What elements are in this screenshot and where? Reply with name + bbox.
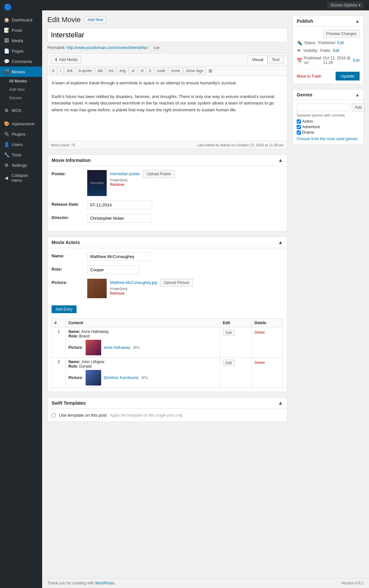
editor-content-area[interactable]: A team of explorers travel through a wor… (48, 76, 287, 141)
tab-text[interactable]: Text (268, 55, 284, 64)
actor-name-input[interactable] (87, 252, 152, 261)
choose-genres-link[interactable]: Choose from the most used genres (297, 137, 360, 141)
genre-checkbox-action[interactable] (297, 119, 301, 124)
actor-delete-button-1[interactable]: Delete (255, 329, 265, 335)
actor-name-field-row: Name: (52, 252, 283, 261)
sidebar-item-collapse[interactable]: ◀ Collapse menu (0, 170, 42, 185)
swift-templates-toggle[interactable]: ▲ (278, 400, 283, 406)
footer-wordpress-link[interactable]: WordPress (95, 581, 114, 585)
add-entry-button[interactable]: Add Entry (52, 305, 77, 313)
footer-thank-you: Thank you for creating with (47, 581, 94, 585)
toolbar-blockquote[interactable]: b-quote (76, 67, 94, 74)
genres-toggle-icon[interactable]: ▲ (355, 92, 360, 97)
movie-information-toggle[interactable]: ▲ (278, 157, 283, 163)
actor-picture-filename-link[interactable]: Matthew-McConaughey.jpg (110, 280, 157, 285)
actor-picture-remove-link[interactable]: Remove (110, 291, 193, 296)
actor-delete-button-2[interactable]: Delete (255, 360, 265, 365)
actor-picture-link-2[interactable]: Dimitrios Kambouris (104, 375, 138, 380)
actor-delete-cell-1: Delete (252, 327, 283, 358)
sidebar-sub-genres[interactable]: Genres (0, 94, 42, 102)
footer: Thank you for creating with WordPress. V… (42, 578, 369, 588)
sidebar-item-pages[interactable]: 📄 Pages (0, 46, 42, 56)
actor-edit-button-2[interactable]: Edit (223, 360, 235, 366)
movie-actors-toggle[interactable]: ▲ (278, 239, 283, 245)
actor-edit-button-1[interactable]: Edit (223, 329, 235, 336)
sidebar-item-media[interactable]: 🖼 Media (0, 35, 42, 46)
release-date-input[interactable] (87, 201, 152, 209)
sidebar-item-movies[interactable]: 🎬 Movies (0, 67, 42, 77)
actor-picture-link-1[interactable]: anne-hathaway (104, 345, 130, 350)
sidebar-item-label: Users (12, 142, 23, 147)
editor-box: ⬆ Add Media Visual Text b i link b-quote… (47, 53, 287, 149)
topbar: Screen Options ▾ (42, 0, 369, 10)
swift-template-checkbox[interactable] (52, 413, 56, 417)
poster-filename-link[interactable]: interstellar-poster (110, 172, 140, 176)
toolbar-ol[interactable]: ol (138, 67, 146, 74)
sidebar-sub-add-new[interactable]: Add New (0, 85, 42, 94)
published-edit-link[interactable]: Edit (353, 58, 360, 63)
actor-picture-label: Picture: (52, 279, 87, 285)
permalink-url[interactable]: http://www.yourdomain.com/movies/interst… (67, 45, 148, 50)
move-to-trash-link[interactable]: Move to Trash (297, 74, 321, 79)
toolbar-del[interactable]: del (95, 67, 105, 74)
poster-remove-link[interactable]: Remove (110, 182, 175, 187)
status-edit-link[interactable]: Edit (337, 41, 344, 45)
sidebar-item-dashboard[interactable]: 🏠 Dashboard (0, 15, 42, 25)
add-media-button[interactable]: ⬆ Add Media (51, 56, 81, 64)
toolbar-bold[interactable]: b (50, 67, 57, 74)
comments-icon: 💬 (4, 59, 9, 64)
visibility-edit-link[interactable]: Edit (333, 48, 339, 53)
swift-templates-header[interactable]: Swift Templates ▲ (48, 398, 287, 409)
sidebar-item-plugins[interactable]: 🔌 Plugins (0, 129, 42, 139)
sidebar-item-users[interactable]: 👤 Users (0, 139, 42, 150)
genre-checkbox-adventure[interactable] (297, 125, 301, 129)
add-new-button[interactable]: Add New (85, 16, 106, 23)
post-title-input[interactable] (47, 28, 287, 42)
preview-changes-button[interactable]: Preview Changes (323, 30, 360, 38)
toolbar-more[interactable]: more (169, 67, 183, 74)
upload-picture-button[interactable]: Upload Picture (160, 279, 193, 287)
publish-box-header: Publish ▲ (293, 16, 363, 27)
sidebar-item-appearance[interactable]: 🎨 Appearance (0, 118, 42, 129)
media-icon: 🖼 (4, 38, 9, 43)
genre-add-button[interactable]: Add (352, 104, 364, 111)
sidebar-item-settings[interactable]: ⚙ Settings (0, 160, 42, 170)
movies-icon: 🎬 (4, 69, 9, 74)
toolbar-li[interactable]: li (147, 67, 153, 74)
screen-options-button[interactable]: Screen Options ▾ (327, 2, 364, 9)
genre-check-row-adventure: Adventure (297, 125, 360, 129)
sidebar-item-wck[interactable]: ⚙ WCK (0, 105, 42, 116)
movie-information-header[interactable]: Movie Information ▲ (48, 155, 287, 166)
table-row: 1 Name: Anne Hathaway Role: Brand Pictur… (52, 327, 283, 358)
update-button[interactable]: Update (336, 72, 360, 80)
release-date-value (87, 201, 283, 209)
toolbar-ul[interactable]: ul (129, 67, 137, 74)
toolbar-code[interactable]: code (154, 67, 168, 74)
toolbar-italic[interactable]: i (58, 67, 64, 74)
toolbar-close-tags[interactable]: close tags (183, 67, 206, 74)
tab-visual[interactable]: Visual (248, 55, 268, 64)
visibility-value: Public (320, 48, 331, 53)
poster-label: Poster: (52, 170, 87, 176)
toolbar-link[interactable]: link (64, 67, 75, 74)
toolbar-img[interactable]: img (117, 67, 128, 74)
upload-poster-button[interactable]: Upload Poster (143, 170, 175, 178)
sidebar-item-tools[interactable]: 🔧 Tools (0, 150, 42, 160)
director-input[interactable] (87, 214, 152, 223)
sidebar-item-posts[interactable]: 📝 Posts (0, 25, 42, 35)
movie-actors-header[interactable]: Movie Actors ▲ (48, 237, 287, 248)
kitchen-sink-button[interactable]: ⊞ (207, 67, 214, 74)
edit-permalink-button[interactable]: Edit (150, 45, 162, 51)
footer-version: Version 4.6.1 (341, 581, 364, 585)
toolbar-ins[interactable]: ins (106, 67, 116, 74)
actor-role-input[interactable] (87, 265, 139, 274)
sidebar-item-label: Appearance (12, 121, 34, 126)
publish-toggle-icon[interactable]: ▲ (355, 18, 360, 24)
genre-checkboxes: Action Adventure Drama (297, 119, 360, 135)
poster-image: Interstellar (87, 170, 107, 196)
genre-checkbox-drama[interactable] (297, 130, 301, 135)
sidebar-item-comments[interactable]: 💬 Comments (0, 56, 42, 67)
genre-input[interactable] (297, 104, 350, 111)
sidebar-sub-all-movies[interactable]: All Movies (0, 77, 42, 85)
collapse-icon: ◀ (4, 175, 9, 180)
